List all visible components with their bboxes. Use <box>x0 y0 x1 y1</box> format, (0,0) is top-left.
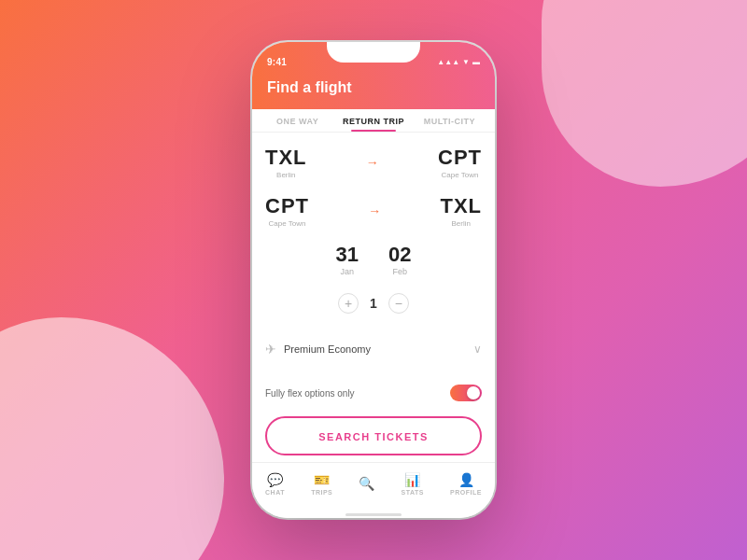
outbound-dest-city: Cape Town <box>438 171 482 179</box>
return-dest-city: Berlin <box>440 219 482 228</box>
header: Find a flight <box>252 74 495 109</box>
search-tickets-label: SEARCH TICKETS <box>318 431 429 442</box>
tab-return-trip[interactable]: RETURN TRIP <box>335 109 411 132</box>
home-indicator-bar <box>345 513 402 516</box>
nav-chat[interactable]: 💬 CHAT <box>265 472 285 496</box>
phone: 9:41 ▲▲▲ ▼ ▬ Find a flight ONE WAY RETUR… <box>252 42 495 518</box>
flex-toggle[interactable] <box>450 385 482 401</box>
trip-type-tabs: ONE WAY RETURN TRIP MULTI-CITY <box>252 109 495 133</box>
status-icons: ▲▲▲ ▼ ▬ <box>437 58 480 66</box>
trips-label: TRIPS <box>311 489 332 496</box>
tab-multi-city[interactable]: MULTI-CITY <box>412 109 487 132</box>
minus-icon: − <box>395 297 402 310</box>
passengers-row: + 1 − <box>265 289 482 317</box>
battery-icon: ▬ <box>472 58 480 66</box>
stats-label: STATS <box>402 489 424 496</box>
return-arrow-icon: → <box>368 203 381 218</box>
return-dest-code: TXL <box>440 194 482 218</box>
passenger-count: 1 <box>370 296 377 311</box>
outbound-dest-code: CPT <box>438 146 482 170</box>
nav-stats[interactable]: 📊 STATS <box>402 472 424 496</box>
class-label: Premium Economy <box>284 343 466 355</box>
home-indicator <box>252 511 495 518</box>
phone-notch <box>327 42 420 63</box>
class-icon: ✈ <box>265 342 276 357</box>
remove-passenger-button[interactable]: − <box>388 293 409 314</box>
flex-toggle-row: Fully flex options only <box>265 381 482 405</box>
depart-day: 31 <box>336 243 359 267</box>
return-destination: TXL Berlin <box>440 194 482 228</box>
status-time: 9:41 <box>267 57 287 67</box>
chevron-down-icon: ∨ <box>473 343 482 356</box>
profile-icon: 👤 <box>458 472 474 487</box>
plus-icon: + <box>345 297 352 310</box>
outbound-origin-city: Berlin <box>265 171 307 179</box>
toggle-knob <box>467 386 480 399</box>
nav-profile[interactable]: 👤 PROFILE <box>450 472 482 496</box>
page-title: Find a flight <box>267 79 352 95</box>
nav-trips[interactable]: 🎫 TRIPS <box>311 472 332 496</box>
depart-month: Jan <box>336 267 359 276</box>
class-selector-row[interactable]: ✈ Premium Economy ∨ <box>265 336 482 362</box>
main-content: TXL Berlin → CPT Cape Town CPT Cape Town… <box>252 133 495 462</box>
search-icon: 🔍 <box>359 476 374 491</box>
flex-label: Fully flex options only <box>265 388 355 399</box>
signal-icon: ▲▲▲ <box>437 58 459 66</box>
return-route-row[interactable]: CPT Cape Town → TXL Berlin <box>265 190 482 231</box>
chat-icon: 💬 <box>267 472 283 487</box>
outbound-origin-code: TXL <box>265 146 307 170</box>
add-passenger-button[interactable]: + <box>338 293 359 314</box>
return-origin-city: Cape Town <box>265 219 309 228</box>
wifi-icon: ▼ <box>462 58 470 66</box>
tab-one-way[interactable]: ONE WAY <box>260 109 335 132</box>
chat-label: CHAT <box>265 489 285 496</box>
return-date[interactable]: 02 Feb <box>388 243 411 276</box>
depart-date[interactable]: 31 Jan <box>336 243 359 276</box>
outbound-arrow-icon: → <box>366 155 379 170</box>
return-origin: CPT Cape Town <box>265 194 309 228</box>
bottom-nav: 💬 CHAT 🎫 TRIPS 🔍 📊 STATS 👤 PROFILE <box>252 462 495 511</box>
search-tickets-button[interactable]: SEARCH TICKETS <box>265 416 482 455</box>
outbound-route-row[interactable]: TXL Berlin → CPT Cape Town <box>265 142 482 183</box>
outbound-origin: TXL Berlin <box>265 146 307 179</box>
return-month: Feb <box>388 267 411 276</box>
trips-icon: 🎫 <box>314 472 330 487</box>
return-day: 02 <box>388 243 411 267</box>
stats-icon: 📊 <box>404 472 420 487</box>
profile-label: PROFILE <box>450 489 482 496</box>
return-origin-code: CPT <box>265 194 309 218</box>
dates-row: 31 Jan 02 Feb <box>265 239 482 282</box>
outbound-destination: CPT Cape Town <box>438 146 482 179</box>
nav-search[interactable]: 🔍 <box>359 476 374 493</box>
